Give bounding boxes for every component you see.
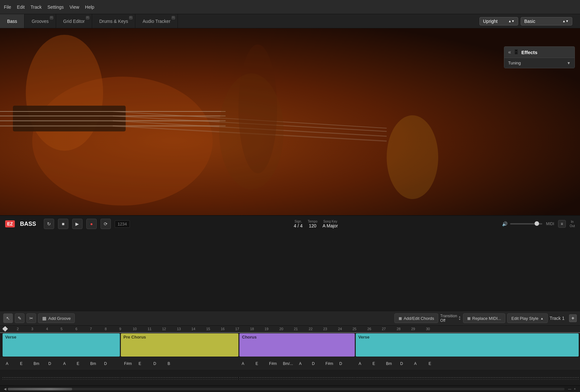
record-button[interactable]: ● xyxy=(86,219,97,229)
marker-27: 27 xyxy=(382,327,386,331)
tab-grid-editor[interactable]: Grid Editor ⧉ xyxy=(56,14,92,28)
volume-slider[interactable] xyxy=(510,223,542,225)
grid-editor-icon: ⧉ xyxy=(86,16,89,19)
effects-back-button[interactable]: « xyxy=(508,49,511,55)
track-row-main: Verse Pre Chorus Chorus Verse xyxy=(0,332,580,358)
marker-23: 23 xyxy=(323,327,327,331)
replace-midi-icon: ▦ xyxy=(467,316,470,320)
svg-point-12 xyxy=(219,73,284,189)
marker-14: 14 xyxy=(191,327,195,331)
zoom-in-button[interactable]: + xyxy=(572,387,577,392)
edit-play-chevron: ▲ xyxy=(540,317,544,320)
marker-5: 5 xyxy=(61,327,63,331)
segment-verse-2[interactable]: Verse xyxy=(356,333,579,357)
replace-midi-button[interactable]: ▦ Replace MIDI... xyxy=(463,313,506,323)
instrument-selector[interactable]: Upright ▲▼ xyxy=(479,17,518,25)
marker-3: 3 xyxy=(31,327,33,331)
style-selector[interactable]: Basic ▲▼ xyxy=(521,17,572,25)
chord-E-1: E xyxy=(20,361,23,366)
svg-rect-2 xyxy=(13,106,126,131)
pencil-icon: ✎ xyxy=(18,316,22,321)
midi-settings-button[interactable]: ≡ xyxy=(558,220,566,228)
tuning-row[interactable]: Tuning ▼ xyxy=(504,58,575,68)
chord-Bm-3: Bm xyxy=(386,361,392,366)
tab-bass[interactable]: Bass xyxy=(0,14,24,28)
edit-play-style-button[interactable]: Edit Play Style ▲ xyxy=(507,313,548,323)
scroll-left-button[interactable]: ◀ xyxy=(3,387,8,392)
chord-Bm-1: Bm xyxy=(34,361,39,366)
chord-grid-icon: ▦ xyxy=(399,316,402,320)
song-key-block: Song Key A Major xyxy=(323,220,338,228)
marker-9: 9 xyxy=(119,327,121,331)
transition-down-arrow[interactable]: ▼ xyxy=(459,318,461,321)
effects-panel: « 🎛 Effects Tuning ▼ xyxy=(504,46,575,68)
add-track-button[interactable]: + xyxy=(569,314,577,322)
chord-D-5: D xyxy=(339,361,342,366)
tuning-label: Tuning xyxy=(508,61,567,65)
chord-Fsm-3: F#m xyxy=(325,361,333,366)
menu-settings[interactable]: Settings xyxy=(47,5,64,10)
song-key-value: A Major xyxy=(323,223,338,228)
track-label: Track 1 xyxy=(550,316,565,321)
metronome-icon: ⟳ xyxy=(104,221,108,226)
marker-25: 25 xyxy=(353,327,356,331)
metronome-button[interactable]: ⟳ xyxy=(101,219,111,229)
chord-A-5: A xyxy=(359,361,361,366)
tab-audio-tracker[interactable]: Audio Tracker ⧉ xyxy=(135,14,178,28)
bass-visual xyxy=(0,28,580,215)
zoom-out-button[interactable]: — xyxy=(567,387,572,392)
play-icon: ▶ xyxy=(75,221,79,226)
tuning-chevron[interactable]: ▼ xyxy=(567,61,571,65)
drums-keys-icon: ⧉ xyxy=(129,16,132,19)
effects-title: Effects xyxy=(521,50,537,55)
loop-button[interactable]: ↻ xyxy=(44,219,54,229)
tab-drums-keys[interactable]: Drums & Keys ⧉ xyxy=(92,14,135,28)
scissors-icon: ✂ xyxy=(29,316,33,321)
scissors-tool-button[interactable]: ✂ xyxy=(26,313,36,323)
marker-21: 21 xyxy=(294,327,298,331)
scroll-track[interactable] xyxy=(8,388,565,390)
beat-display: 1234 xyxy=(115,220,130,228)
pencil-tool-button[interactable]: ✎ xyxy=(15,313,24,323)
select-tool-button[interactable]: ↖ xyxy=(3,313,13,323)
scroll-thumb[interactable] xyxy=(8,388,72,390)
marker-12: 12 xyxy=(162,327,166,331)
marker-26: 26 xyxy=(367,327,371,331)
menu-view[interactable]: View xyxy=(70,5,79,10)
grooves-icon: ⧉ xyxy=(50,16,53,19)
menu-edit[interactable]: Edit xyxy=(17,5,25,10)
svg-point-1 xyxy=(26,35,103,151)
transition-arrows[interactable]: ▲ ▼ xyxy=(459,316,461,321)
add-edit-chords-button[interactable]: ▦ Add/Edit Chords xyxy=(394,313,439,323)
chord-E-6: E xyxy=(429,361,431,366)
segment-pre-chorus[interactable]: Pre Chorus xyxy=(121,333,238,357)
tab-grooves[interactable]: Grooves ⧉ xyxy=(24,14,56,28)
effects-rack-icon: 🎛 xyxy=(514,49,519,55)
menu-track[interactable]: Track xyxy=(31,5,42,10)
segment-verse-1[interactable]: Verse xyxy=(3,333,120,357)
out-label: Out xyxy=(570,224,575,228)
play-button[interactable]: ▶ xyxy=(72,219,82,229)
marker-24: 24 xyxy=(338,327,342,331)
style-chevron: ▲▼ xyxy=(562,19,569,23)
add-groove-button[interactable]: ▦ Add Groove xyxy=(38,313,75,323)
time-signature-block: Sign. 4 / 4 xyxy=(294,220,303,228)
segment-chorus[interactable]: Chorus xyxy=(239,333,355,357)
scroll-area: ◀ — + xyxy=(0,386,580,392)
marker-16: 16 xyxy=(221,327,225,331)
tempo-block: Tempo 120 xyxy=(308,220,317,228)
tab-bar: Bass Grooves ⧉ Grid Editor ⧉ Drums & Key… xyxy=(0,14,580,28)
menu-file[interactable]: File xyxy=(4,5,11,10)
volume-thumb[interactable] xyxy=(535,221,539,226)
marker-8: 8 xyxy=(105,327,107,331)
marker-10: 10 xyxy=(133,327,137,331)
segment-verse-label: Verse xyxy=(5,335,16,339)
marker-28: 28 xyxy=(397,327,401,331)
midi-label: MIDI xyxy=(546,222,554,226)
stop-button[interactable]: ■ xyxy=(58,219,68,229)
chord-Fsm-2: F#m xyxy=(269,361,277,366)
chord-Fsm-1: F#m xyxy=(124,361,132,366)
instrument-area: « 🎛 Effects Tuning ▼ xyxy=(0,28,580,215)
menu-help[interactable]: Help xyxy=(85,5,94,10)
chord-row: A E Bm D A E Bm D F#m E D B A E F#m Bm/.… xyxy=(0,358,580,369)
